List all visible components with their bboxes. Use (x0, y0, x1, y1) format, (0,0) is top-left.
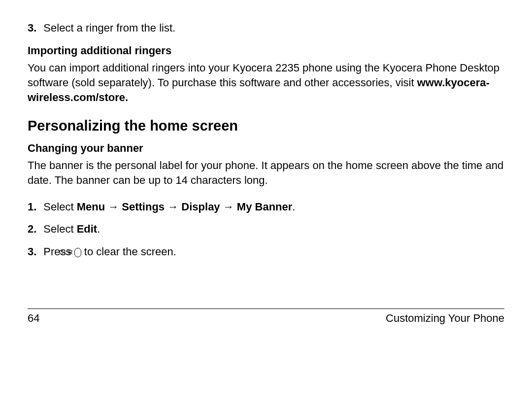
paragraph-banner: The banner is the personal label for you… (28, 158, 504, 187)
step-number: 2. (28, 223, 43, 235)
step-text-pre: Select (43, 223, 76, 235)
step-item: 2.Select Edit. (28, 222, 504, 237)
step-number: 1. (28, 201, 43, 213)
arrow: → (105, 201, 122, 213)
page-footer: 64 Customizing Your Phone (28, 311, 504, 326)
step-number: 3. (28, 22, 43, 34)
menu-path-settings: Settings (122, 201, 165, 213)
step-number: 3. (28, 245, 43, 258)
menu-path-mybanner: My Banner (237, 201, 292, 213)
step-text-pre: Select (43, 201, 76, 213)
arrow: → (220, 201, 237, 213)
subheading-banner: Changing your banner (28, 141, 504, 156)
step-text: Select a ringer from the list. (43, 22, 175, 34)
step-text-post: to clear the screen. (81, 245, 176, 258)
step-item: 3.Press CLR to clear the screen. (28, 244, 504, 259)
menu-path-display: Display (181, 201, 220, 213)
step-item: 3.Select a ringer from the list. (28, 21, 504, 35)
period: . (292, 201, 295, 213)
period: . (97, 223, 100, 235)
menu-path-menu: Menu (77, 201, 105, 213)
arrow: → (165, 201, 181, 213)
page-number: 64 (28, 311, 39, 326)
clr-button-icon: CLR (74, 248, 81, 257)
heading-personalizing: Personalizing the home screen (28, 116, 504, 136)
paragraph-importing: You can import additional ringers into y… (28, 61, 504, 104)
footer-divider (28, 308, 504, 309)
subheading-importing: Importing additional ringers (28, 43, 504, 58)
edit-label: Edit (77, 223, 98, 235)
section-title: Customizing Your Phone (386, 311, 504, 326)
step-item: 1.Select Menu → Settings → Display → My … (28, 200, 504, 214)
